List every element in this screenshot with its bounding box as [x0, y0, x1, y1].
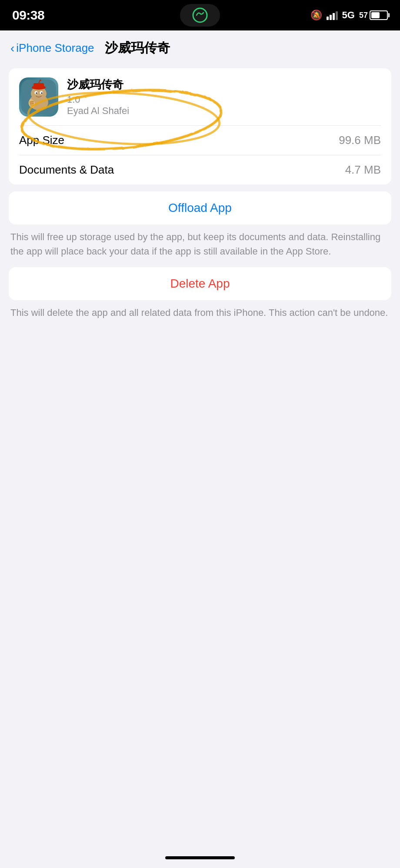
offload-description: This will free up storage used by the ap… — [9, 230, 391, 258]
app-info-text: 沙威玛传奇 1.0 Eyad Al Shafei — [67, 77, 381, 117]
battery-icon — [370, 10, 388, 20]
back-label: iPhone Storage — [16, 41, 94, 55]
documents-value: 4.7 MB — [345, 163, 381, 177]
app-size-value: 99.6 MB — [339, 134, 381, 147]
page-title: 沙威玛传奇 — [105, 39, 170, 57]
documents-row: Documents & Data 4.7 MB — [9, 155, 391, 184]
svg-point-0 — [193, 8, 207, 22]
documents-label: Documents & Data — [19, 163, 114, 177]
network-type: 5G — [342, 10, 355, 21]
delete-app-button[interactable]: Delete App — [9, 267, 391, 300]
nav-bar: ‹ iPhone Storage 沙威玛传奇 — [0, 30, 400, 61]
status-indicators: 🔕 5G 57 — [310, 10, 388, 21]
svg-rect-7 — [33, 83, 44, 88]
delete-description: This will delete the app and all related… — [9, 305, 391, 320]
dynamic-island — [180, 4, 220, 27]
status-time: 09:38 — [12, 8, 44, 23]
battery-level: 57 — [359, 11, 368, 20]
svg-point-12 — [36, 92, 37, 94]
offload-app-label: Offload App — [168, 201, 232, 214]
app-developer: Eyad Al Shafei — [67, 105, 381, 117]
back-button[interactable]: ‹ iPhone Storage — [10, 41, 94, 55]
delete-app-label: Delete App — [170, 277, 230, 290]
battery-indicator: 57 — [359, 10, 388, 20]
status-bar: 09:38 🔕 5G 57 — [0, 0, 400, 30]
app-indicator-icon — [192, 7, 208, 23]
app-version: 1.0 — [67, 94, 381, 105]
svg-point-13 — [41, 92, 43, 94]
app-icon — [19, 77, 58, 117]
app-info-card: 沙威玛传奇 1.0 Eyad Al Shafei App Size 99.6 M… — [9, 68, 391, 184]
offload-app-button[interactable]: Offload App — [9, 191, 391, 225]
home-indicator — [165, 856, 235, 859]
app-size-label: App Size — [19, 134, 64, 147]
app-header: 沙威玛传奇 1.0 Eyad Al Shafei — [9, 68, 391, 125]
back-chevron-icon: ‹ — [10, 41, 14, 55]
mute-icon: 🔕 — [310, 10, 322, 21]
signal-icon — [327, 10, 338, 20]
app-size-row: App Size 99.6 MB — [9, 126, 391, 155]
app-name: 沙威玛传奇 — [67, 77, 381, 92]
